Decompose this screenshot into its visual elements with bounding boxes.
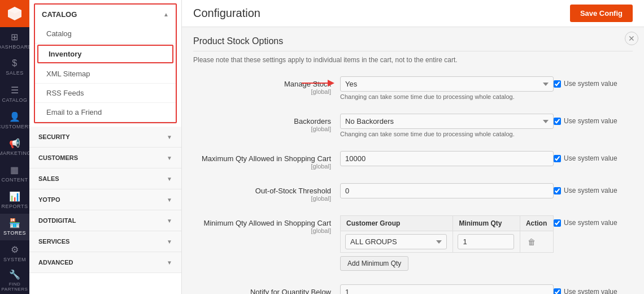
field-notify-qty: Notify for Quantity Below [global] Use s…: [193, 281, 633, 294]
out-of-stock-control: [340, 183, 554, 198]
notify-qty-input[interactable]: [340, 284, 554, 294]
add-minimum-qty-button[interactable]: Add Minimum Qty: [340, 256, 408, 271]
sales-icon: $: [12, 58, 17, 68]
sidebar-item-partners[interactable]: 🔧 FIND PARTNERS: [0, 267, 29, 294]
sidebar-item-label: SYSTEM: [3, 257, 26, 262]
sidebar-item-label: STORES: [3, 230, 26, 236]
field-out-of-stock: Out-of-Stock Threshold [global] Use syst…: [193, 180, 633, 205]
dashboard-icon: ⊞: [11, 32, 19, 42]
stores-icon: 🏪: [9, 218, 21, 228]
section-security[interactable]: SECURITY ▼: [29, 127, 181, 148]
page-title: Configuration: [193, 7, 260, 20]
chevron-down-icon: ▼: [167, 260, 172, 266]
catalog-section: CATALOG ▲ Catalog Inventory XML Sitemap …: [34, 3, 177, 123]
backorders-system: Use system value: [554, 114, 633, 125]
app-logo[interactable]: [0, 0, 29, 27]
main-content: Configuration Save Config ✕ Product Stoc…: [182, 0, 644, 294]
out-of-stock-system: Use system value: [554, 183, 633, 194]
sidebar-item-customers[interactable]: 👤 CUSTOMERS: [0, 107, 29, 133]
section-title: Product Stock Options: [193, 36, 633, 51]
customer-group-cell: ALL GROUPS: [341, 231, 453, 253]
left-navigation: ⊞ DASHBOARD $ SALES ☰ CATALOG 👤 CUSTOMER…: [0, 0, 29, 294]
sidebar-item-label: CATALOG: [2, 97, 27, 103]
chevron-down-icon: ▼: [167, 218, 172, 224]
chevron-down-icon: ▼: [167, 239, 172, 245]
catalog-sub-item-catalog[interactable]: Catalog: [35, 24, 176, 44]
section-services[interactable]: SERVICES ▼: [29, 231, 181, 252]
backorders-system-checkbox[interactable]: [554, 118, 561, 125]
customer-group-select[interactable]: ALL GROUPS: [345, 234, 447, 249]
catalog-section-header[interactable]: CATALOG ▲: [35, 5, 176, 24]
field-backorders: Backorders [global] No Backorders Allow …: [193, 110, 633, 141]
content-icon: ▦: [10, 165, 19, 175]
sidebar-item-dashboard[interactable]: ⊞ DASHBOARD: [0, 27, 29, 54]
sidebar-item-catalog[interactable]: ☰ CATALOG: [0, 80, 29, 107]
chevron-down-icon: ▼: [167, 155, 172, 161]
max-qty-system: Use system value: [554, 151, 633, 162]
notify-qty-label: Notify for Quantity Below [global]: [193, 284, 340, 294]
delete-row-button[interactable]: 🗑: [525, 236, 538, 248]
section-advanced[interactable]: ADVANCED ▼: [29, 252, 181, 273]
min-qty-control: Customer Group Minimum Qty Action ALL GR…: [340, 215, 554, 271]
max-qty-input[interactable]: [340, 151, 554, 166]
backorders-select[interactable]: No Backorders Allow Qty Below 0 Allow Qt…: [340, 114, 554, 129]
backorders-control: No Backorders Allow Qty Below 0 Allow Qt…: [340, 114, 554, 137]
max-qty-control: [340, 151, 554, 166]
manage-stock-control: YesNo Changing can take some time due to…: [340, 76, 554, 100]
notify-qty-system: Use system value: [554, 284, 633, 294]
catalog-sub-item-xml[interactable]: XML Sitemap: [35, 64, 176, 84]
min-qty-system: Use system value: [554, 215, 633, 227]
catalog-sub-item-email[interactable]: Email to a Friend: [35, 103, 176, 122]
min-qty-row-input[interactable]: [458, 234, 514, 249]
min-qty-cell: [453, 231, 520, 253]
red-arrow-icon: [302, 77, 336, 89]
sidebar: CATALOG ▲ Catalog Inventory XML Sitemap …: [29, 0, 182, 294]
sidebar-item-label: CUSTOMERS: [0, 124, 29, 129]
chevron-down-icon: ▼: [167, 176, 172, 182]
sidebar-item-marketing[interactable]: 📢 MARKETING: [0, 133, 29, 160]
section-yotpo[interactable]: YOTPO ▼: [29, 189, 181, 210]
sidebar-item-content[interactable]: ▦ CONTENT: [0, 160, 29, 187]
field-min-qty: Minimum Qty Allowed in Shopping Cart [gl…: [193, 212, 633, 274]
catalog-icon: ☰: [11, 85, 19, 96]
manage-stock-system-checkbox[interactable]: [554, 80, 561, 88]
sidebar-item-reports[interactable]: 📊 REPORTS: [0, 187, 29, 213]
min-qty-system-checkbox[interactable]: [554, 219, 561, 227]
max-qty-label: Maximum Qty Allowed in Shopping Cart [gl…: [193, 151, 340, 170]
reports-icon: 📊: [9, 191, 21, 202]
sidebar-item-label: DASHBOARD: [0, 44, 29, 50]
action-cell: 🗑: [520, 231, 553, 253]
chevron-up-icon: ▲: [163, 11, 169, 18]
sidebar-item-system[interactable]: ⚙ SYSTEM: [0, 240, 29, 267]
sidebar-item-label: SALES: [6, 70, 24, 76]
chevron-down-icon: ▼: [167, 134, 172, 140]
sidebar-item-label: CONTENT: [2, 177, 28, 183]
manage-stock-select[interactable]: YesNo: [340, 76, 554, 92]
sidebar-item-stores[interactable]: 🏪 STORES: [0, 214, 29, 240]
catalog-sub-item-rss[interactable]: RSS Feeds: [35, 84, 176, 103]
section-note: Please note that these settings apply to…: [193, 56, 633, 64]
out-of-stock-label: Out-of-Stock Threshold [global]: [193, 183, 340, 202]
min-qty-label: Minimum Qty Allowed in Shopping Cart [gl…: [193, 215, 340, 234]
section-sales[interactable]: SALES ▼: [29, 168, 181, 189]
partners-icon: 🔧: [9, 269, 21, 280]
chevron-down-icon: ▼: [167, 197, 172, 203]
catalog-section-label: CATALOG: [42, 10, 77, 19]
notify-qty-system-checkbox[interactable]: [554, 288, 561, 295]
out-of-stock-input[interactable]: [340, 183, 554, 198]
sidebar-item-sales[interactable]: $ SALES: [0, 54, 29, 80]
max-qty-system-checkbox[interactable]: [554, 155, 561, 162]
top-bar: Configuration Save Config: [182, 0, 644, 27]
system-icon: ⚙: [11, 244, 19, 255]
section-customers[interactable]: CUSTOMERS ▼: [29, 148, 181, 168]
out-of-stock-system-checkbox[interactable]: [554, 187, 561, 194]
col-minimum-qty: Minimum Qty: [453, 216, 520, 231]
notify-qty-control: [340, 284, 554, 294]
save-config-button[interactable]: Save Config: [570, 5, 633, 22]
close-icon[interactable]: ✕: [625, 32, 638, 45]
marketing-icon: 📢: [9, 138, 21, 149]
section-dotdigital[interactable]: DOTDIGITAL ▼: [29, 210, 181, 231]
backorders-label: Backorders [global]: [193, 114, 340, 132]
catalog-sub-item-inventory[interactable]: Inventory: [37, 45, 173, 63]
col-customer-group: Customer Group: [341, 216, 453, 231]
